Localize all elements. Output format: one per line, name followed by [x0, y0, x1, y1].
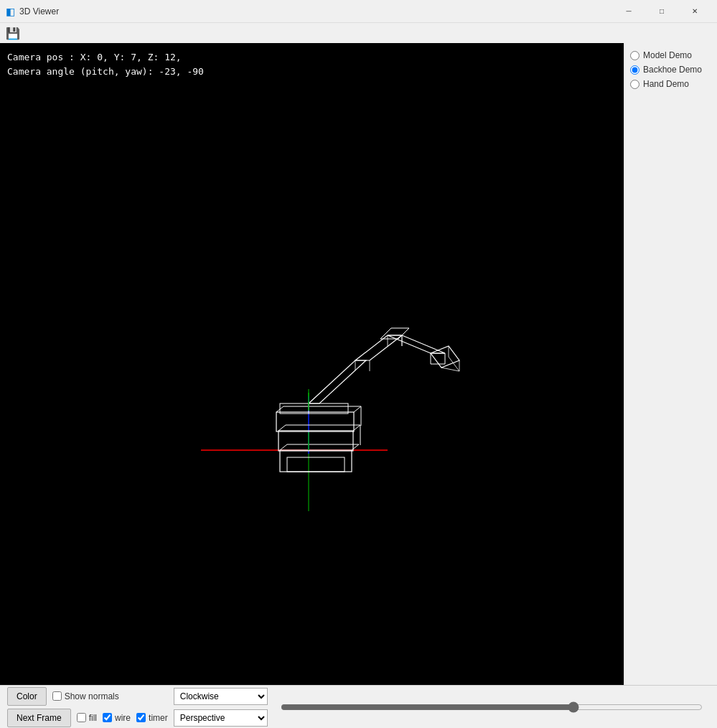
close-button[interactable]: ✕	[678, 0, 711, 23]
next-frame-button[interactable]: Next Frame	[7, 709, 71, 727]
titlebar: ◧ 3D Viewer ─ □ ✕	[0, 0, 717, 23]
svg-rect-8	[278, 431, 353, 451]
radio-backhoe-demo[interactable]: Backhoe Demo	[630, 65, 711, 75]
fill-label: fill	[89, 713, 97, 723]
save-icon[interactable]: 💾	[6, 27, 20, 40]
viewport[interactable]: Camera pos : X: 0, Y: 7, Z: 12, Camera a…	[0, 43, 624, 685]
view-slider[interactable]	[281, 700, 703, 714]
bottom-controls: Color Show normals Next Frame fill wire …	[0, 685, 717, 728]
maximize-button[interactable]: □	[645, 0, 678, 23]
perspective-select[interactable]: Perspective Orthographic	[174, 709, 268, 727]
color-button[interactable]: Color	[7, 687, 47, 706]
timer-row: timer	[136, 713, 168, 723]
svg-rect-3	[280, 450, 352, 472]
window-controls: ─ □ ✕	[612, 0, 711, 23]
backhoe-demo-radio[interactable]	[630, 65, 639, 75]
radio-hand-demo[interactable]: Hand Demo	[630, 79, 711, 89]
clockwise-select[interactable]: Clockwise Counter-Clockwise	[174, 688, 268, 705]
model-svg	[0, 43, 624, 685]
bottom-row2: Next Frame fill wire timer	[7, 709, 168, 727]
svg-line-5	[280, 444, 287, 450]
wire-row: wire	[103, 713, 131, 723]
svg-line-15	[354, 406, 361, 412]
show-normals-checkbox[interactable]	[52, 691, 62, 701]
svg-line-35	[441, 368, 459, 371]
hand-demo-label: Hand Demo	[643, 79, 689, 89]
svg-rect-4	[287, 457, 345, 472]
wire-label: wire	[115, 713, 131, 723]
wire-checkbox[interactable]	[103, 713, 112, 722]
svg-line-9	[278, 425, 286, 431]
model-demo-label: Model Demo	[643, 50, 692, 60]
title-text: 3D Viewer	[19, 6, 612, 17]
model-demo-radio[interactable]	[630, 51, 639, 60]
timer-checkbox[interactable]	[136, 713, 146, 722]
fill-row: fill	[77, 713, 97, 723]
slider-container	[273, 700, 710, 714]
minimize-button[interactable]: ─	[612, 0, 645, 23]
dropdown-group: Clockwise Counter-Clockwise Perspective …	[174, 688, 268, 727]
backhoe-demo-label: Backhoe Demo	[643, 65, 702, 75]
bottom-row1: Color Show normals	[7, 687, 168, 706]
svg-marker-19	[309, 360, 366, 403]
app-icon: ◧	[6, 6, 15, 17]
right-panel: Model Demo Backhoe Demo Hand Demo	[624, 43, 717, 685]
show-normals-label: Show normals	[65, 691, 119, 701]
radio-model-demo[interactable]: Model Demo	[630, 50, 711, 60]
timer-label: timer	[149, 713, 168, 723]
menubar: 💾	[0, 23, 717, 43]
hand-demo-radio[interactable]	[630, 80, 639, 89]
show-normals-row: Show normals	[52, 691, 119, 701]
fill-checkbox[interactable]	[77, 713, 86, 722]
main-content: Camera pos : X: 0, Y: 7, Z: 12, Camera a…	[0, 43, 717, 685]
svg-rect-13	[276, 412, 354, 431]
bottom-left: Color Show normals Next Frame fill wire …	[7, 687, 168, 727]
